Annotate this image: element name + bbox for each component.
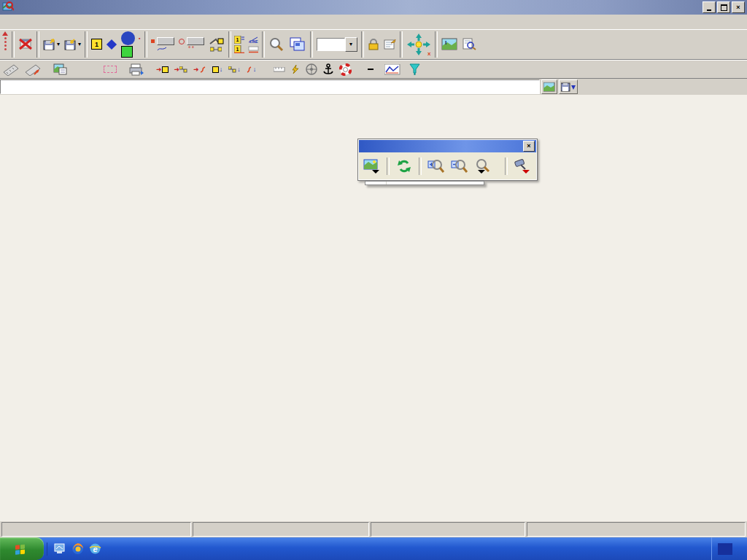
firefox-icon[interactable] [71, 542, 84, 556]
print-button[interactable] [125, 59, 147, 79]
gps-get-waypoints-button[interactable]: ↓ [209, 66, 226, 73]
graph-icon [384, 64, 400, 75]
anchor-button[interactable] [320, 59, 336, 79]
gps-send-waypoints-button[interactable]: ➜ [153, 66, 171, 73]
filter-button[interactable] [403, 59, 425, 79]
magnifier-icon [268, 36, 285, 52]
restore-button[interactable] [717, 1, 730, 13]
coordinate-bar [0, 79, 747, 95]
quit-button[interactable] [16, 30, 35, 59]
show-waypoints-button[interactable]: °° [177, 30, 206, 59]
map-image-toggle-button[interactable] [541, 79, 557, 94]
info-button[interactable] [382, 30, 398, 59]
wave-icon [157, 46, 167, 52]
track-measure-icon[interactable]: 1 [233, 45, 246, 54]
internet-explorer-icon[interactable]: e [88, 542, 101, 556]
system-tray [711, 537, 747, 560]
event-button[interactable] [104, 30, 119, 59]
main-toolbar: ▾ ▾ 1 ▪ °° [0, 29, 747, 60]
waypoint-bar-icon [187, 37, 204, 45]
count-badge[interactable] [121, 31, 135, 45]
map-image-button[interactable] [50, 59, 71, 79]
waypoint-glyph [162, 66, 169, 73]
app-icon [2, 1, 14, 14]
menu-bar [0, 15, 747, 29]
ruler-red-icon[interactable] [247, 45, 260, 54]
language-indicator[interactable] [718, 543, 732, 555]
gps-send-track-button[interactable]: ➜ [171, 66, 191, 73]
osm-control-close-button[interactable]: × [523, 141, 535, 152]
osm-control-window[interactable]: × [357, 139, 538, 181]
moving-map-button[interactable] [271, 67, 288, 72]
lifering-icon [339, 63, 352, 76]
save-button[interactable]: ▾ [62, 30, 83, 59]
show-routes-button[interactable] [206, 30, 227, 59]
nmea-monitor-button[interactable] [288, 65, 303, 74]
thumbnail-icon [543, 82, 555, 92]
name-search-button[interactable] [460, 30, 479, 59]
ruler-pointer-icon [24, 63, 42, 76]
status-bar [0, 521, 747, 537]
index-map-button[interactable]: I [439, 30, 460, 59]
area-measure-button[interactable] [360, 59, 382, 79]
waypoint-button[interactable]: 1 [89, 30, 104, 59]
gps-get-route-button[interactable]: ↓ [244, 66, 260, 73]
quick-launch: e [47, 542, 112, 556]
window-titlebar[interactable]: × [0, 0, 747, 15]
load-dropdown-arrow[interactable]: ▾ [57, 41, 60, 47]
magnify-button[interactable] [266, 30, 287, 59]
save-disk-icon [64, 39, 77, 50]
show-track-button[interactable] [149, 30, 177, 59]
map-image-icon [53, 63, 68, 76]
zoom-control: ▾ [314, 30, 360, 59]
start-button[interactable] [0, 537, 44, 560]
svg-text:1: 1 [236, 47, 239, 52]
taskbar: e [0, 537, 747, 560]
measure-bearing-button[interactable] [22, 59, 44, 79]
measure-distance-button[interactable] [0, 59, 22, 79]
refresh-button[interactable] [393, 156, 415, 176]
save-dropdown-arrow[interactable]: ▾ [78, 41, 81, 47]
drag-button[interactable] [365, 30, 382, 59]
secondary-toolbar: ➜ ➜ ➜ ↓ ↓ ↓ [0, 60, 747, 79]
show-desktop-icon[interactable] [53, 542, 66, 556]
toolbar-grip[interactable] [0, 30, 10, 59]
compass-button[interactable] [303, 59, 320, 79]
minimize-button[interactable] [703, 1, 716, 13]
compass-icon [305, 63, 318, 76]
pan-arrows-control[interactable]: x [404, 30, 433, 59]
route-glyph [199, 66, 206, 73]
menu-gutter [386, 182, 387, 184]
track-dot-icon [151, 39, 155, 43]
lightning-icon [291, 65, 300, 74]
quick-save-icon [561, 82, 576, 92]
close-button[interactable]: × [732, 1, 745, 13]
map-source-button[interactable] [361, 156, 383, 176]
windows-logo-icon [15, 543, 26, 555]
printer-icon [128, 63, 144, 76]
line-tool-icon[interactable]: LINE [247, 36, 260, 44]
zoom-value-field[interactable] [317, 38, 345, 51]
zoom-dropdown-button[interactable]: ▾ [345, 37, 357, 52]
gps-get-track-button[interactable]: ↓ [225, 66, 244, 73]
osm-zoom-level-button[interactable] [472, 156, 494, 176]
svg-text:e: e [93, 545, 97, 553]
osm-control-titlebar[interactable]: × [358, 139, 537, 152]
osm-tools-button[interactable] [511, 156, 533, 176]
ruler-icon [2, 63, 20, 76]
zoom-window-button[interactable] [101, 66, 120, 73]
svg-text:LINE: LINE [249, 39, 258, 44]
load-button[interactable]: ▾ [41, 30, 62, 59]
osm-zoom-out-button[interactable] [449, 156, 471, 176]
track-toggle[interactable]: ▪ [139, 36, 140, 42]
quick-save-button[interactable] [559, 79, 578, 94]
zoom-window-icon [104, 66, 117, 73]
track-color-button[interactable] [121, 46, 133, 58]
gps-send-route-button[interactable]: ➜ [190, 66, 209, 73]
profile-button[interactable] [382, 59, 403, 79]
track-list-icon[interactable]: 1 [233, 36, 246, 44]
osm-zoom-in-button[interactable] [425, 156, 447, 176]
map-windows-button[interactable] [287, 30, 309, 59]
mob-button[interactable] [336, 59, 354, 79]
m2-icon [368, 69, 374, 70]
